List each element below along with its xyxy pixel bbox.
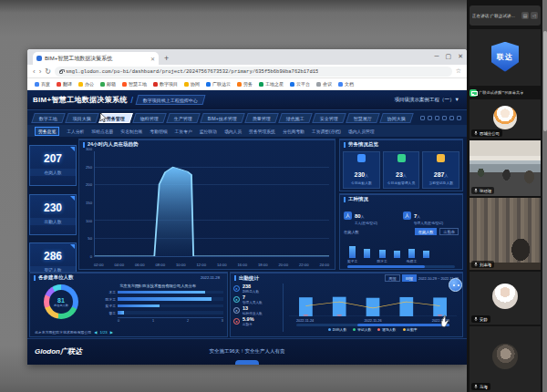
nav-tab[interactable]: 物料管理	[132, 113, 167, 123]
project-selector[interactable]: 项目级演示案例工程（一）▼	[395, 97, 459, 103]
bookmark-icon	[316, 82, 321, 87]
nav-tab[interactable]: 数字工地	[31, 113, 66, 123]
attendance-scrollbar[interactable]	[296, 324, 449, 326]
dashboard: BIM+智慧工地数据决策系统 / 数字项目线上工程指挥中心 项目级演示案例工程（…	[27, 90, 467, 365]
assistant-robot-button[interactable]	[449, 278, 462, 292]
tool-icon[interactable]	[449, 116, 454, 120]
nav-tab[interactable]: 绿色施工	[278, 113, 313, 123]
pager-next-icon[interactable]: ▶	[110, 330, 113, 335]
close-icon[interactable]: ✕	[458, 50, 463, 63]
bookmark-item[interactable]: 云平台	[290, 81, 310, 87]
tab-close-icon[interactable]: ✕	[150, 56, 155, 62]
company-name: 北京东方雨虹防水技术股份有限公司	[35, 330, 91, 335]
subnav-item[interactable]: 监控联动	[200, 129, 217, 134]
nav-tab[interactable]: 项目大脑	[65, 113, 99, 123]
worktype-panel: 工种情况 人 80人 工人(在场/登记) 人 7人 管理人员(在场/登记)	[339, 193, 463, 270]
att-stat-icon: ●	[233, 307, 240, 314]
tool-icon[interactable]	[428, 116, 432, 120]
back-icon[interactable]: ‹	[33, 66, 36, 77]
pager-prev-icon[interactable]: ◀	[94, 330, 97, 335]
participant-tile[interactable]: 安静	[470, 272, 541, 325]
subnav-item[interactable]: 工资专户	[175, 129, 192, 134]
bookmark-icon	[78, 82, 83, 87]
panel-title: 出勤统计	[234, 275, 259, 282]
bookmark-item[interactable]: 翻译	[57, 81, 72, 87]
maximize-icon[interactable]: ▢	[446, 50, 452, 63]
minimize-icon[interactable]: ─	[435, 50, 439, 63]
bookmark-item[interactable]: 会议	[316, 81, 332, 87]
subnav-item[interactable]: 考勤明细	[150, 129, 167, 134]
subnav-item[interactable]: 班组点名册	[91, 129, 113, 134]
participant-name: 马海	[480, 385, 488, 389]
participant-tile[interactable]: 马海	[470, 326, 541, 392]
bookmark-icon	[237, 82, 242, 87]
new-tab-button[interactable]: +	[164, 52, 169, 65]
volume-icon[interactable]: ◁	[531, 12, 538, 19]
bookmark-item[interactable]: 文档	[338, 81, 354, 87]
subnav-item[interactable]: 工人分析	[67, 129, 84, 134]
units-donut: 81 总在册人数	[34, 283, 88, 323]
toggle-daily[interactable]: 日报	[402, 274, 417, 282]
bookmark-item[interactable]: 邮箱	[100, 81, 116, 87]
tool-icon[interactable]	[420, 116, 425, 120]
worktype-scrollbar[interactable]	[347, 265, 455, 268]
panel-title: 24小时内人员在场趋势	[79, 139, 335, 150]
bookmark-item[interactable]: 百度	[35, 81, 50, 87]
reload-icon[interactable]: ↻	[45, 66, 51, 77]
stat-value: 230	[30, 201, 76, 214]
bookmark-item[interactable]: 工地之星	[259, 81, 284, 87]
bookmark-star-icon[interactable]: ☆	[456, 67, 461, 75]
tool-icon[interactable]	[457, 116, 461, 120]
nav-tab[interactable]: BIM+技术管理	[200, 113, 244, 123]
mic-icon	[474, 384, 478, 389]
presenter-tile[interactable]: 联达	[470, 29, 541, 86]
toggle-on-duty[interactable]: 在岗人数	[415, 228, 438, 235]
subnav-item[interactable]: 场内人员	[224, 129, 242, 134]
participant-tile[interactable]: 西城分公司	[470, 99, 541, 139]
browser-tab[interactable]: BIM+智慧工地数据决策系统 ✕	[33, 52, 159, 65]
attendance-stats: ● 238到岗总人数 ● 7管理人员人数 ● 13特种作业人数	[231, 284, 284, 332]
stat-card: 207 在岗人数	[29, 145, 77, 186]
nav-tab[interactable]: 协同大脑	[379, 113, 414, 123]
screen-share-indicator: 广联达试讲颜**的屏幕共享	[470, 88, 541, 98]
participant-tile[interactable]: 刘丰海	[470, 198, 541, 270]
subnav-item-active[interactable]: 劳务总览	[35, 127, 59, 136]
overview-card: 287人 当前登记总人数	[422, 151, 459, 189]
worktype-row-label: 在岗人数	[344, 230, 359, 234]
bookmark-item[interactable]: 协同	[184, 81, 200, 87]
lock-icon	[59, 70, 63, 74]
subnav-item[interactable]: 实名制台账	[120, 129, 142, 134]
bookmark-item[interactable]: 智慧工地	[122, 81, 147, 87]
footer-pull-tab[interactable]	[235, 360, 259, 365]
layout-grid-icon[interactable]: ▤	[521, 12, 529, 19]
toggle-weekly[interactable]: 周报	[385, 274, 399, 282]
bookmark-item[interactable]: 广联达云	[206, 81, 231, 87]
address-field[interactable]: smgl.glodon.com/po-bi/dashboard/project/…	[55, 67, 452, 77]
nav-tab[interactable]: 生产管理	[166, 113, 201, 123]
trend-line	[95, 167, 329, 256]
bookmark-item[interactable]: 劳务	[237, 81, 253, 87]
nav-tab[interactable]: 智慧展厅	[346, 113, 380, 123]
speaking-text: 正在讲话:广联达试讲…	[472, 14, 520, 18]
url-text[interactable]: smgl.glodon.com/po-bi/dashboard/project/…	[66, 68, 318, 75]
subnav-item[interactable]: 劳务管理系统	[249, 129, 275, 134]
toggle-attendance-rate[interactable]: 出勤率	[439, 228, 459, 235]
tool-icon[interactable]	[442, 116, 447, 120]
worktype-bars: 架子工防水工电焊工	[340, 237, 462, 264]
bookmark-item[interactable]: 办公	[78, 81, 94, 87]
subnav-item[interactable]: 分包商考勤	[283, 129, 304, 134]
forward-icon[interactable]: ›	[39, 66, 42, 77]
nav-tab[interactable]: 安全管理	[312, 113, 346, 123]
dashboard-subtitle: 数字项目线上工程指挥中心	[136, 95, 206, 105]
units-company-chart: 北京东方雨虹防水技术股份有限公司人员分布 木工防水工架子工普工 0123	[88, 283, 223, 323]
subnav-item[interactable]: 工资调整(存档)	[312, 129, 341, 134]
participant-tile[interactable]: 张经理	[470, 140, 541, 196]
subnav-item[interactable]: 场内人员管理	[348, 129, 375, 134]
nav-tab[interactable]: 质量管理	[244, 113, 279, 123]
bookmark-item[interactable]: 数字项目	[153, 81, 178, 87]
person-icon: 人	[344, 211, 352, 220]
meeting-window: BIM+智慧工地数据决策系统 ✕ + ─ ▢ ✕ ‹ › ↻ smgl.glod…	[0, 0, 547, 392]
tool-icon[interactable]	[435, 116, 439, 120]
sidebar-scrollbar[interactable]	[542, 0, 547, 392]
bookmark-icon	[100, 82, 105, 87]
